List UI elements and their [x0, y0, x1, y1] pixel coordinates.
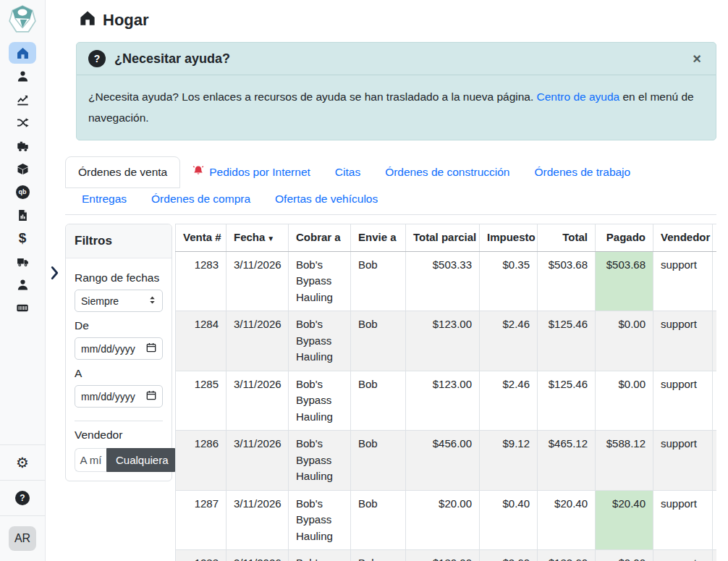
cell-empty [713, 311, 717, 371]
calendar-icon [146, 390, 156, 402]
date-to-input[interactable]: mm/dd/yyyy [75, 385, 163, 408]
cell-pagado: $20.40 [596, 490, 653, 550]
question-circle-icon: ? [15, 491, 30, 505]
cell-cobrar: Bob's Bypass Hauling [289, 490, 351, 550]
col-impuesto[interactable]: Impuesto [480, 224, 538, 252]
cell-vendedor: support [653, 550, 713, 561]
table-row[interactable]: 1285 3/11/2026 Bob's Bypass Hauling Bob … [176, 371, 717, 431]
sidebar-item-quickbooks[interactable]: qb [9, 181, 36, 203]
sidebar-item-barcodes[interactable] [9, 297, 36, 319]
col-vendedor[interactable]: Vendedor [653, 224, 713, 252]
cell-venta: 1283 [176, 251, 227, 311]
sidebar-item-machines[interactable] [9, 135, 36, 156]
sidebar-item-reports[interactable] [9, 88, 36, 110]
tab-citas[interactable]: Citas [323, 156, 373, 188]
cell-envie: Bob [351, 311, 406, 371]
barcode-icon [16, 302, 29, 314]
shuffle-icon [17, 117, 29, 129]
sidebar: qb $ ⚙ ? AR [0, 0, 46, 561]
col-venta[interactable]: Venta # [176, 224, 227, 252]
tab-entregas[interactable]: Entregas [69, 188, 139, 214]
cell-total: $465.12 [538, 431, 596, 491]
sidebar-item-settings[interactable]: ⚙ [0, 444, 46, 480]
cell-parcial: $123.00 [406, 371, 480, 431]
tab-ordenes-de-construccion[interactable]: Órdenes de construcción [373, 156, 522, 188]
cell-cobrar: Bob's Bypass Hauling [289, 371, 351, 431]
cell-impuesto: $2.46 [480, 371, 538, 431]
chevron-right-icon[interactable] [50, 265, 59, 283]
col-pagado[interactable]: Pagado [596, 224, 653, 252]
table-row[interactable]: 1283 3/11/2026 Bob's Bypass Hauling Bob … [176, 251, 717, 311]
person-icon [17, 70, 29, 83]
sidebar-item-home[interactable] [9, 42, 36, 64]
sidebar-item-deliveries[interactable] [9, 250, 36, 272]
app-logo-icon[interactable] [7, 4, 38, 35]
cell-fecha: 3/11/2026 [227, 431, 289, 491]
date-range-select[interactable]: Siempre [75, 290, 163, 312]
cell-impuesto: $0.40 [480, 490, 538, 550]
tab-ofertas-de-vehiculos[interactable]: Ofertas de vehículos [263, 188, 390, 214]
cell-empty [713, 371, 717, 431]
col-fecha[interactable]: Fecha▼ [227, 224, 289, 252]
tab-ordenes-de-venta[interactable]: Órdenes de venta [65, 156, 180, 188]
col-total[interactable]: Total [538, 224, 596, 252]
cell-envie: Bob [351, 431, 406, 491]
sidebar-item-customers[interactable] [9, 65, 36, 87]
cell-envie: Bob [351, 251, 406, 311]
table-row[interactable]: 1287 3/11/2026 Bob's Bypass Hauling Bob … [176, 490, 717, 550]
home-title-icon [80, 10, 96, 30]
cell-empty [713, 251, 717, 311]
cell-pagado: $0.00 [596, 311, 653, 371]
close-icon[interactable]: × [690, 51, 704, 66]
cell-pagado: $0.00 [596, 550, 653, 561]
tab-ordenes-de-trabajo[interactable]: Órdenes de trabajo [522, 156, 643, 188]
col-cut-off[interactable]: C [713, 224, 717, 252]
help-banner-body: ¿Necesita ayuda? Los enlaces a recursos … [77, 75, 716, 140]
cell-total: $125.46 [538, 311, 596, 371]
date-from-input[interactable]: mm/dd/yyyy [75, 337, 163, 360]
cell-envie: Bob [351, 550, 406, 561]
table-header-row: Venta # Fecha▼ Cobrar a Envie a Total pa… [176, 224, 717, 252]
vendor-any-button[interactable]: Cualquiera [106, 448, 178, 472]
table-row[interactable]: 1286 3/11/2026 Bob's Bypass Hauling Bob … [176, 431, 717, 491]
calendar-icon [146, 342, 156, 355]
col-cobrar-a[interactable]: Cobrar a [289, 224, 351, 252]
col-envie-a[interactable]: Envie a [351, 224, 406, 252]
tab-ordenes-de-compra[interactable]: Órdenes de compra [139, 188, 263, 214]
cell-venta: 1287 [176, 490, 227, 550]
cell-envie: Bob [351, 490, 406, 550]
home-icon [17, 47, 29, 59]
cell-vendedor: support [653, 371, 713, 431]
cell-vendedor: support [653, 311, 713, 371]
cell-pagado: $0.00 [596, 371, 653, 431]
cell-vendedor: support [653, 251, 713, 311]
cell-fecha: 3/11/2026 [227, 490, 289, 550]
vendor-me-button[interactable]: A mí [75, 448, 106, 472]
sidebar-item-help[interactable]: ? [0, 480, 46, 515]
gear-icon: ⚙ [16, 455, 29, 470]
avatar: AR [9, 526, 36, 551]
cell-parcial: $20.00 [406, 490, 480, 550]
document-chart-icon [17, 209, 29, 222]
cell-cobrar: Bob's Bypass Hauling [289, 311, 351, 371]
sales-orders-table-wrap: Venta # Fecha▼ Cobrar a Envie a Total pa… [175, 224, 716, 561]
tab-pedidos-por-internet[interactable]: Pedidos por Internet [180, 156, 323, 188]
cell-fecha: 3/11/2026 [227, 251, 289, 311]
sort-desc-icon: ▼ [267, 235, 274, 242]
help-center-link[interactable]: Centro de ayuda [537, 90, 620, 103]
table-row[interactable]: 1284 3/11/2026 Bob's Bypass Hauling Bob … [176, 311, 717, 371]
sidebar-item-payments[interactable]: $ [9, 227, 36, 249]
col-total-parcial[interactable]: Total parcial [406, 224, 480, 252]
package-icon [17, 163, 29, 175]
table-row[interactable]: 1288 3/11/2026 Bob's Bypass Hauling Bob … [176, 550, 717, 561]
main-content: Hogar ? ¿Necesitar ayuda? × ¿Necesita ay… [46, 0, 728, 561]
cell-total: $125.46 [538, 371, 596, 431]
sidebar-item-workflow[interactable] [9, 111, 36, 133]
sidebar-item-documents[interactable] [9, 204, 36, 226]
sidebar-item-employees[interactable] [9, 274, 36, 295]
user-menu[interactable]: AR [0, 515, 46, 561]
cell-vendedor: support [653, 431, 713, 491]
date-range-label: Rango de fechas [75, 271, 163, 284]
tab-bar: Órdenes de venta Pedidos por Internet Ci… [65, 156, 716, 215]
sidebar-item-parts[interactable] [9, 158, 36, 180]
